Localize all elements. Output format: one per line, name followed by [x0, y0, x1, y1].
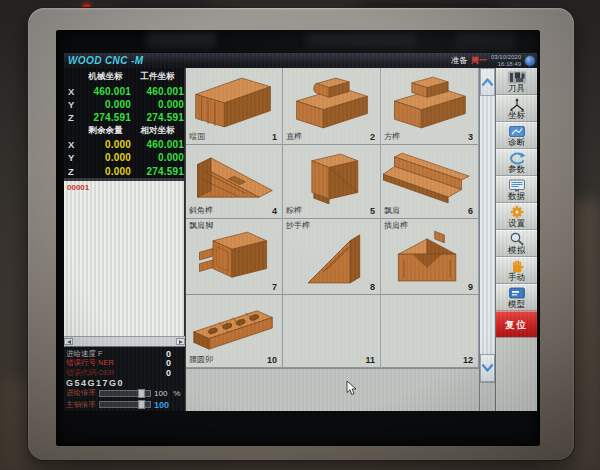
- scroll-left-button[interactable]: [64, 338, 73, 345]
- axis-label: Z: [67, 166, 80, 177]
- cell-number: 7: [272, 282, 277, 292]
- gcode-modal-line: G54G17G0: [66, 378, 183, 388]
- work-x-value: 460.001: [131, 86, 184, 97]
- ready-status: 准备: [451, 55, 467, 66]
- program-cell-10-waist-oval-mortise[interactable]: 腰圆卯 10: [186, 295, 283, 368]
- sidebar-item-simulation[interactable]: 模拟: [496, 230, 537, 257]
- data-monitor-icon: [507, 179, 527, 192]
- wood-block-illustration: [188, 71, 280, 135]
- error-code-value: 0: [166, 368, 171, 378]
- globe-icon: [525, 56, 535, 66]
- program-grid: 端面 1: [186, 68, 479, 368]
- program-cell-12-empty[interactable]: 12: [381, 295, 479, 368]
- sidebar-item-label: 坐标: [508, 111, 525, 120]
- sidebar-item-parameters[interactable]: 参数: [496, 149, 537, 176]
- screen-glass: WOOD CNC -M 准备 周一 03/10/2020 16:18:49: [56, 30, 540, 446]
- glass-reflection: [456, 32, 516, 50]
- cell-number: 4: [272, 206, 277, 216]
- sidebar-item-label: 模拟: [508, 246, 525, 255]
- scrollbar-track[interactable]: [480, 96, 495, 354]
- remaining-y-value: 0.000: [80, 152, 131, 163]
- sidebar-item-settings[interactable]: 设置: [496, 203, 537, 230]
- program-cell-5-zong-tenon[interactable]: 粽榫 5: [283, 145, 381, 219]
- feed-override-value: 100: [154, 389, 167, 398]
- grid-footer-strip: [186, 368, 479, 411]
- program-cell-3-square-tenon[interactable]: 方榫 3: [381, 68, 479, 145]
- chevron-up-icon: [481, 77, 494, 87]
- relative-y-value: 0.000: [131, 152, 184, 163]
- error-line-label: 错误行号 NER: [66, 358, 114, 368]
- sidebar-item-diagnosis[interactable]: 诊断: [496, 122, 537, 149]
- sidebar-item-label: 设置: [508, 219, 525, 228]
- program-cell-1-end-face[interactable]: 端面 1: [186, 68, 283, 145]
- time-text: 16:18:49: [498, 61, 521, 67]
- program-grid-area: 端面 1: [185, 68, 479, 411]
- program-cell-8-crossed-hands-tenon[interactable]: 抄手榫 8: [283, 219, 381, 295]
- program-cell-6-floating-shoulder[interactable]: 飘肩 6: [381, 145, 479, 219]
- feed-override-slider[interactable]: [99, 390, 151, 397]
- sidebar-item-label: 数据: [508, 192, 525, 201]
- cell-label: 抄手榫: [286, 220, 310, 231]
- program-cell-11-empty[interactable]: 11: [283, 295, 381, 368]
- slider-thumb[interactable]: [138, 389, 145, 398]
- wood-block-illustration: [188, 298, 280, 360]
- cell-label: 直榫: [286, 131, 302, 142]
- slider-thumb[interactable]: [138, 400, 145, 409]
- spindle-override-value: 100: [154, 400, 169, 410]
- program-editor[interactable]: 00001: [64, 178, 185, 336]
- left-panel: 机械坐标 工件坐标 X 460.001 460.001 Y 0.000 0.00…: [64, 68, 185, 411]
- sidebar-item-label: 参数: [508, 165, 525, 174]
- program-cell-9-inserted-shoulder-tenon[interactable]: 插肩榫 9: [381, 219, 479, 295]
- sidebar-item-data[interactable]: 数据: [496, 176, 537, 203]
- work-z-value: 274.591: [131, 112, 184, 123]
- scroll-up-button[interactable]: [480, 68, 495, 96]
- main-area: 机械坐标 工件坐标 X 460.001 460.001 Y 0.000 0.00…: [64, 68, 537, 411]
- status-panel: 进给速度 F 0 错误行号 NER 0 错误代码 OER 0: [64, 347, 185, 411]
- app-title: WOOD CNC -M: [64, 55, 144, 66]
- sidebar-item-model[interactable]: 模型: [496, 284, 537, 311]
- sidebar-empty-space: [496, 338, 537, 411]
- horizontal-scrollbar[interactable]: [64, 336, 185, 347]
- sidebar-item-tool[interactable]: 刀具: [496, 68, 537, 95]
- hand-icon: [507, 259, 527, 273]
- program-cell-4-miter-tenon[interactable]: 斜角榫 4: [186, 145, 283, 219]
- feed-rate-value: 0: [166, 349, 171, 359]
- cell-number: 6: [468, 206, 473, 216]
- axis-label: Y: [67, 99, 80, 110]
- sidebar-item-reset[interactable]: 复位: [496, 311, 537, 338]
- glass-reflection: [146, 32, 216, 48]
- feed-rate-row: 进给速度 F 0: [66, 349, 183, 359]
- wood-block-illustration: [188, 148, 280, 210]
- feed-override-label: 进给倍率: [66, 388, 96, 398]
- program-cell-2-straight-tenon[interactable]: 直榫 2: [283, 68, 381, 145]
- cell-number: 8: [370, 282, 375, 292]
- reset-button-label: 复位: [505, 320, 528, 330]
- machine-room-background: WOOD CNC -M 准备 周一 03/10/2020 16:18:49: [0, 0, 600, 470]
- vertical-scrollbar[interactable]: [479, 68, 495, 411]
- scroll-down-button[interactable]: [480, 354, 495, 382]
- error-line-row: 错误行号 NER 0: [66, 359, 183, 369]
- sidebar-item-coordinates[interactable]: 坐标: [496, 95, 537, 122]
- cell-label: 粽榫: [286, 205, 302, 216]
- feed-override-row: 进给倍率 100 %: [66, 388, 183, 400]
- cell-label: 腰圆卯: [189, 354, 213, 365]
- program-cell-7-floating-shoulder-leg[interactable]: 飘肩脚 7: [186, 219, 283, 295]
- chevron-down-icon: [481, 363, 494, 373]
- work-y-value: 0.000: [131, 99, 184, 110]
- scroll-right-button[interactable]: [176, 338, 185, 345]
- cell-number: 11: [365, 355, 375, 365]
- titlebar: WOOD CNC -M 准备 周一 03/10/2020 16:18:49: [64, 53, 537, 68]
- relative-x-value: 460.001: [131, 139, 184, 150]
- wood-block-illustration: [383, 228, 475, 290]
- feed-override-unit: %: [173, 389, 180, 398]
- relative-coords-header: 相对坐标: [131, 125, 184, 137]
- feed-rate-label: 进给速度 F: [66, 349, 103, 359]
- sidebar-item-manual[interactable]: 手动: [496, 257, 537, 284]
- cell-number: 10: [267, 355, 277, 365]
- spindle-override-slider[interactable]: [99, 401, 151, 408]
- spindle-override-label: 主轴倍率: [66, 400, 96, 410]
- wood-block-illustration: [285, 71, 377, 135]
- monitor-bezel: WOOD CNC -M 准备 周一 03/10/2020 16:18:49: [28, 8, 574, 460]
- relative-z-value: 274.591: [131, 166, 184, 177]
- cell-label: 端面: [189, 131, 205, 142]
